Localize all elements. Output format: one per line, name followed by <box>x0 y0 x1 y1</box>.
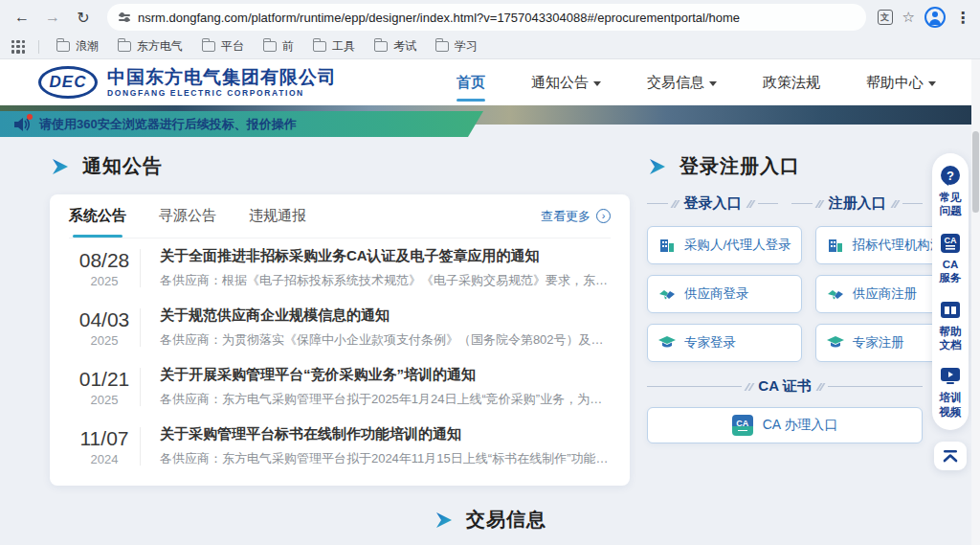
bookmark-label: 学习 <box>455 38 478 55</box>
site-info-icon[interactable] <box>119 14 130 21</box>
apps-grid-icon[interactable] <box>11 40 25 54</box>
notice-desc: 各供应商：为贯彻落实《保障中小企业款项支付条例》（国务院令第802号）及《中小企… <box>160 331 611 349</box>
dec-logo-icon: DEC <box>38 66 98 99</box>
bookmark-label: 浪潮 <box>76 38 99 55</box>
speaker-icon <box>13 117 31 132</box>
notice-title[interactable]: 关于开展采购管理平台“竞价采购业务”培训的通知 <box>160 366 611 384</box>
nav-item-home[interactable]: 首页 <box>455 68 487 98</box>
bookmark-label: 考试 <box>393 38 416 55</box>
trade-info-section-header: 交易信息 <box>0 507 980 533</box>
button-label: 采购人/代理人登录 <box>684 237 791 254</box>
notice-list-item[interactable]: 01/212025 关于开展采购管理平台“竞价采购业务”培训的通知 各供应商：东… <box>69 357 611 417</box>
notice-title[interactable]: 关于采购管理平台标书在线制作功能培训的通知 <box>160 425 611 443</box>
back-to-top-button[interactable] <box>934 442 967 470</box>
quickbar-label: 常见问题 <box>940 191 962 218</box>
folder-icon <box>202 41 215 52</box>
bookmark-folder[interactable]: 工具 <box>305 35 363 57</box>
notice-year: 2025 <box>69 393 140 407</box>
browser-back-button[interactable]: ← <box>10 5 34 30</box>
expert-login-button[interactable]: 专家登录 <box>647 324 802 362</box>
company-name-cn: 中国东方电气集团有限公司 <box>107 67 337 88</box>
bookmark-star-icon[interactable]: ☆ <box>902 9 915 26</box>
bookmark-folder[interactable]: 平台 <box>194 35 252 57</box>
register-entry-label: 注册入口 <box>827 194 888 213</box>
view-more-link[interactable]: 查看更多 › <box>541 208 611 225</box>
bookmark-folder[interactable]: 学习 <box>428 35 485 57</box>
nav-label: 首页 <box>457 74 485 92</box>
company-logo[interactable]: DEC 中国东方电气集团有限公司 DONGFANG ELECTRIC CORPO… <box>38 66 337 99</box>
supplier-login-button[interactable]: 供应商登录 <box>647 275 802 313</box>
nav-label: 交易信息 <box>647 74 704 92</box>
graduation-cap-icon <box>826 333 845 352</box>
ticker-text: 请使用360安全浏览器进行后续投标、报价操作 <box>39 116 297 133</box>
button-label: 供应商登录 <box>684 285 749 303</box>
login-entry-header: 登录入口 <box>647 194 778 213</box>
tab-violation-reports[interactable]: 违规通报 <box>249 194 306 238</box>
book-icon <box>938 299 963 322</box>
bookmark-folder[interactable]: 考试 <box>367 35 424 57</box>
building-icon <box>826 236 845 255</box>
scrollbar-thumb[interactable] <box>972 131 979 213</box>
address-bar[interactable]: nsrm.dongfang.com/platform/runtime/epp/d… <box>107 4 866 31</box>
section-arrow-icon <box>434 511 455 530</box>
notice-title[interactable]: 关于规范供应商企业规模信息的通知 <box>160 307 611 325</box>
site-header: DEC 中国东方电气集团有限公司 DONGFANG ELECTRIC CORPO… <box>0 59 980 105</box>
purchaser-agent-login-button[interactable]: 采购人/代理人登录 <box>647 226 802 264</box>
folder-icon <box>56 41 70 52</box>
nav-label: 通知公告 <box>531 74 589 92</box>
ca-card-icon: CA <box>938 232 963 255</box>
folder-icon <box>313 41 326 52</box>
training-videos-button[interactable]: 培训视频 <box>938 365 963 419</box>
notice-list-item[interactable]: 04/032025 关于规范供应商企业规模信息的通知 各供应商：为贯彻落实《保障… <box>69 298 611 357</box>
notice-desc: 各供应商：根据《电子招标投标系统技术规范》《电子采购交易规范》要求，东方电气采购… <box>160 272 611 289</box>
tab-sourcing-notices[interactable]: 寻源公告 <box>159 194 216 238</box>
ca-cert-header: CA 证书 <box>647 377 923 396</box>
help-docs-button[interactable]: 帮助文档 <box>938 299 963 352</box>
browser-reload-button[interactable]: ↻ <box>71 5 96 30</box>
folder-icon <box>435 41 449 52</box>
register-entry-header: 注册入口 <box>791 194 923 213</box>
ca-service-button[interactable]: CA CA服务 <box>938 232 963 285</box>
handshake-icon <box>826 284 845 304</box>
nav-label: 帮助中心 <box>866 74 924 92</box>
chevron-down-icon <box>928 81 936 86</box>
profile-avatar-icon[interactable] <box>924 7 946 28</box>
bookmark-folder[interactable]: 东方电气 <box>110 35 190 57</box>
nav-item-policies[interactable]: 政策法规 <box>761 68 822 98</box>
svg-text:CA: CA <box>945 236 957 245</box>
nav-item-trade-info[interactable]: 交易信息 <box>645 68 719 98</box>
notice-date: 08/28 <box>69 249 140 272</box>
notice-list-item[interactable]: 08/282025 关于全面推进非招标采购业务CA认证及电子签章应用的通知 各供… <box>69 238 611 298</box>
notice-list-item[interactable]: 11/072024 关于采购管理平台标书在线制作功能培训的通知 各供应商：东方电… <box>69 417 611 476</box>
ca-apply-button[interactable]: CA CA 办理入口 <box>647 407 923 443</box>
chevron-down-icon <box>593 81 601 86</box>
bookmark-folder[interactable]: 浪潮 <box>49 35 106 57</box>
button-label: 专家登录 <box>684 334 736 352</box>
login-entry-label: 登录入口 <box>682 194 744 213</box>
browser-toolbar: ← → ↻ nsrm.dongfang.com/platform/runtime… <box>0 0 980 34</box>
button-label: 专家注册 <box>853 334 904 352</box>
announcement-ticker[interactable]: 请使用360安全浏览器进行后续投标、报价操作 <box>0 111 483 137</box>
notice-title[interactable]: 关于全面推进非招标采购业务CA认证及电子签章应用的通知 <box>160 247 611 265</box>
notice-year: 2024 <box>69 452 140 466</box>
faq-button[interactable]: ? 常见问题 <box>938 165 963 218</box>
translate-icon[interactable]: 文 <box>878 10 893 25</box>
folder-icon <box>118 41 131 52</box>
bookmarks-bar: 浪潮 东方电气 平台 前 工具 考试 学习 <box>0 34 980 59</box>
section-arrow-icon <box>647 157 668 176</box>
page-scrollbar[interactable] <box>971 59 980 545</box>
browser-forward-button[interactable]: → <box>40 5 65 30</box>
quickbar-label: CA服务 <box>940 258 962 285</box>
bookmark-folder[interactable]: 前 <box>256 35 301 57</box>
url-text[interactable]: nsrm.dongfang.com/platform/runtime/epp/d… <box>138 11 740 25</box>
building-icon <box>657 236 677 255</box>
nav-item-notices[interactable]: 通知公告 <box>529 68 603 98</box>
browser-menu-icon[interactable]: ⋮ <box>955 9 970 27</box>
tab-system-notices[interactable]: 系统公告 <box>69 194 126 238</box>
nav-item-help-center[interactable]: 帮助中心 <box>864 68 938 98</box>
ca-badge-icon: CA <box>732 415 753 436</box>
quick-access-bar: ? 常见问题 CA CA服务 帮助文档 <box>932 153 969 470</box>
quickbar-label: 帮助文档 <box>940 325 962 352</box>
svg-text:?: ? <box>947 169 954 183</box>
bookmarks-separator <box>38 40 39 54</box>
